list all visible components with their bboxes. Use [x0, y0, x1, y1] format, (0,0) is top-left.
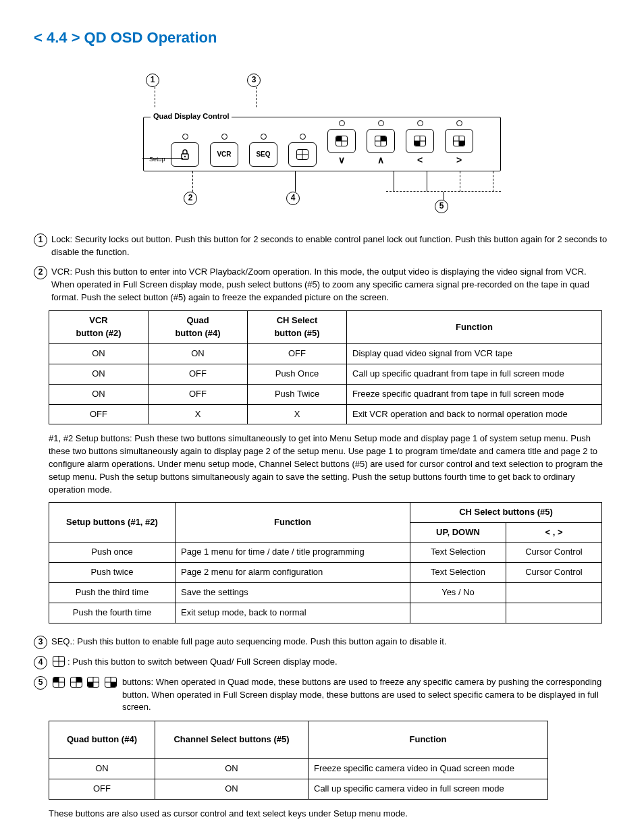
t2c	[506, 583, 602, 603]
t2-h2: Function	[176, 502, 410, 543]
callout-5-bot: 5	[435, 200, 448, 213]
desc-2b: #1, #2 Setup buttons: Push these two but…	[49, 433, 610, 496]
control-panel-diagram: 1 3 Quad Display Control VCR SEQ	[34, 72, 610, 213]
t1c: Push Once	[248, 364, 347, 384]
callout-1: 1	[34, 233, 47, 247]
t2-h1: Setup buttons (#1, #2)	[49, 502, 176, 543]
t3c: Freeze specific camera video in Quad scr…	[308, 759, 548, 779]
t3-h3: Function	[308, 721, 548, 759]
t2c: Page 2 menu for alarm configuration	[176, 563, 410, 583]
quad-br-icon	[453, 136, 465, 146]
quad-bl-icon	[414, 136, 426, 146]
t1c: OFF	[248, 344, 347, 364]
t1c: Push Twice	[248, 384, 347, 404]
t2c: Text Selection	[410, 543, 506, 563]
desc-5b: These buttons are also used as cursor co…	[49, 808, 610, 821]
ch-down-button[interactable]	[327, 129, 356, 153]
quad-icon	[296, 149, 308, 160]
t3-h1: Quad button (#4)	[49, 721, 155, 759]
setup-label: Setup	[149, 155, 165, 164]
t1c: ON	[49, 384, 149, 404]
t1c: Call up specific quadrant from tape in f…	[347, 364, 602, 384]
t2c: Page 1 menu for time / date / title prog…	[176, 543, 410, 563]
t1c: Exit VCR operation and back to normal op…	[347, 404, 602, 424]
callout-4-bot: 4	[286, 192, 300, 205]
callout-5: 5	[34, 676, 47, 690]
t2c: Exit setup mode, back to normal	[176, 603, 410, 623]
t1c: Freeze specific quadrant from tape in fu…	[347, 384, 602, 404]
quad-tr-icon	[70, 677, 82, 688]
t1-h1: VCR button (#2)	[49, 311, 149, 344]
t1c: OFF	[149, 364, 248, 384]
t1-h4: Function	[347, 311, 602, 344]
desc-1: Lock: Security locks out button. Push th…	[51, 233, 610, 259]
callout-2-bot: 2	[184, 192, 197, 205]
desc-2: VCR: Push this button to enter into VCR …	[51, 266, 610, 304]
t1c: OFF	[49, 404, 149, 424]
quad-button[interactable]	[288, 142, 317, 167]
t2c: Cursor Control	[506, 543, 602, 563]
t2c: Save the settings	[176, 583, 410, 603]
quad-tl-icon	[53, 677, 65, 688]
t3c: ON	[155, 779, 308, 799]
t3c: ON	[49, 759, 155, 779]
callout-2: 2	[34, 266, 47, 279]
page-title: < 4.4 > QD OSD Operation	[34, 27, 610, 49]
ch-up-button[interactable]	[367, 129, 395, 153]
t3-h2: Channel Select buttons (#5)	[155, 721, 308, 759]
t2c: Cursor Control	[506, 563, 602, 583]
quad-ch-table: Quad button (#4) Channel Select buttons …	[49, 721, 548, 800]
desc-3: SEQ.: Push this button to enable full pa…	[51, 636, 610, 649]
ch-right-button[interactable]	[445, 129, 473, 153]
t1c: ON	[49, 364, 149, 384]
quad-tl-icon	[336, 136, 348, 146]
callout-3-top: 3	[247, 74, 261, 87]
t2c: Yes / No	[410, 583, 506, 603]
lock-button[interactable]	[171, 142, 199, 167]
t1c: ON	[149, 344, 248, 364]
up-symbol: ∧	[377, 153, 384, 167]
callout-4: 4	[34, 656, 47, 669]
quad-bl-icon	[87, 677, 99, 688]
quad-icon	[53, 656, 65, 667]
t2c: Text Selection	[410, 563, 506, 583]
quad-display-group: Quad Display Control VCR SEQ	[143, 117, 501, 171]
ch-left-button[interactable]	[406, 129, 434, 153]
t1c: OFF	[149, 384, 248, 404]
quad-tr-icon	[375, 136, 387, 146]
t1c: ON	[49, 344, 149, 364]
desc-5: buttons: When operated in Quad mode, the…	[122, 676, 610, 715]
t2-h3: CH Select buttons (#5)	[410, 502, 602, 522]
svg-point-1	[184, 156, 186, 157]
left-symbol: <	[417, 153, 423, 167]
t1c: Display quad video signal from VCR tape	[347, 344, 602, 364]
t3c: Call up specific camera video in full sc…	[308, 779, 548, 799]
t2c: Push the fourth time	[49, 603, 176, 623]
callout-1-top: 1	[146, 74, 159, 87]
t3c: ON	[155, 759, 308, 779]
callout-3: 3	[34, 636, 47, 649]
down-symbol: ∨	[338, 153, 345, 167]
group-label: Quad Display Control	[151, 111, 232, 122]
t2c	[506, 603, 602, 623]
t1c: X	[149, 404, 248, 424]
t2c	[410, 603, 506, 623]
t2c: Push once	[49, 543, 176, 563]
vcr-table: VCR button (#2) Quad button (#4) CH Sele…	[49, 310, 602, 424]
t1-h3: CH Select button (#5)	[248, 311, 347, 344]
seq-button[interactable]: SEQ	[249, 142, 277, 167]
vcr-button[interactable]: VCR	[210, 142, 238, 167]
t2-h3b: < , >	[506, 522, 602, 543]
t2-h3a: UP, DOWN	[410, 522, 506, 543]
quad-br-icon	[105, 677, 117, 688]
t2c: Push twice	[49, 563, 176, 583]
t2c: Push the third time	[49, 583, 176, 603]
right-symbol: >	[456, 153, 462, 167]
t1-h2: Quad button (#4)	[149, 311, 248, 344]
desc-4: : Push this button to switch between Qua…	[68, 656, 610, 669]
t3c: OFF	[49, 779, 155, 799]
setup-table: Setup buttons (#1, #2) Function CH Selec…	[49, 502, 602, 623]
t1c: X	[248, 404, 347, 424]
